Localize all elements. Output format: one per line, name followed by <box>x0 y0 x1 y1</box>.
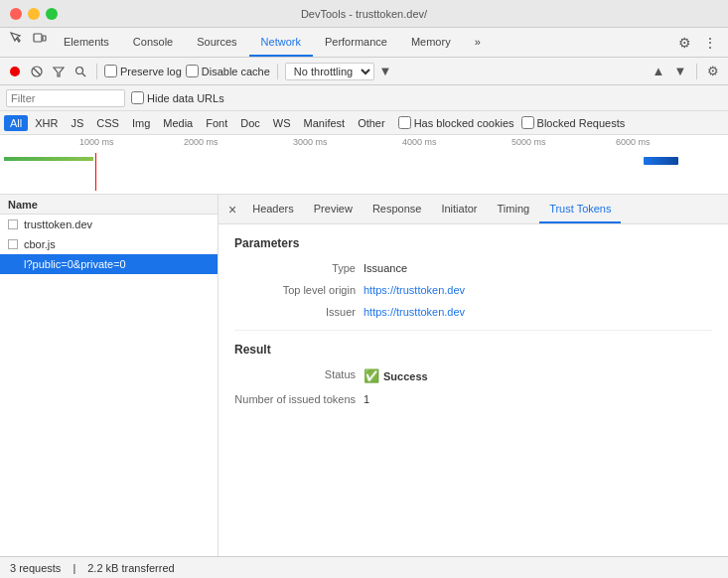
request-item-trusttoken[interactable]: trusttoken.dev <box>0 215 218 234</box>
type-btn-img[interactable]: Img <box>126 115 156 131</box>
timeline-area: 1000 ms 2000 ms 3000 ms 4000 ms 5000 ms … <box>0 135 728 195</box>
filter-input[interactable] <box>6 89 125 107</box>
blocked-requests-checkbox[interactable]: Blocked Requests <box>521 116 626 129</box>
hide-data-urls-checkbox[interactable]: Hide data URLs <box>131 91 224 104</box>
type-btn-font[interactable]: Font <box>200 115 233 131</box>
preserve-log-input[interactable] <box>104 65 117 77</box>
svg-line-4 <box>34 69 40 74</box>
search-icon[interactable] <box>72 63 89 80</box>
blocked-requests-input[interactable] <box>521 116 534 129</box>
separator <box>96 64 97 79</box>
tab-elements[interactable]: Elements <box>52 28 121 57</box>
tab-console[interactable]: Console <box>121 28 185 57</box>
detail-tab-preview[interactable]: Preview <box>304 195 363 223</box>
type-btn-ws[interactable]: WS <box>267 115 297 131</box>
inspect-icon[interactable] <box>4 28 28 48</box>
filter-row: Hide data URLs <box>0 85 728 111</box>
close-details-btn[interactable]: × <box>222 195 242 223</box>
status-value: ✅ Success <box>364 368 428 383</box>
devtools-tabbar: Elements Console Sources Network Perform… <box>0 28 728 58</box>
detail-row-issued-tokens: Number of issued tokens 1 <box>234 393 712 405</box>
detail-tab-response[interactable]: Response <box>363 195 432 223</box>
svg-line-7 <box>82 73 85 76</box>
type-btn-doc[interactable]: Doc <box>234 115 266 131</box>
details-tabbar: × Headers Preview Response Initiator Tim… <box>218 195 728 224</box>
tab-sources[interactable]: Sources <box>185 28 248 57</box>
tab-performance[interactable]: Performance <box>313 28 399 57</box>
record-btn[interactable] <box>6 63 24 80</box>
export-icon[interactable]: ▼ <box>671 63 689 80</box>
has-blocked-cookies-checkbox[interactable]: Has blocked cookies <box>398 116 514 129</box>
tab-network[interactable]: Network <box>249 28 313 57</box>
import-icon[interactable]: ▲ <box>650 63 667 80</box>
top-level-origin-label: Top level origin <box>234 284 364 296</box>
detail-tab-initiator[interactable]: Initiator <box>431 195 487 223</box>
window-title: DevTools - trusttoken.dev/ <box>301 8 427 20</box>
type-btn-all[interactable]: All <box>4 115 28 131</box>
toolbar-right-icons: ▲ ▼ ⚙ <box>650 63 722 80</box>
status-sep: | <box>73 562 75 574</box>
request-item-public[interactable]: l?public=0&private=0 <box>0 254 218 274</box>
section-divider <box>234 330 712 331</box>
detail-tab-trust-tokens[interactable]: Trust Tokens <box>539 195 621 223</box>
ruler-5000ms: 5000 ms <box>511 137 546 147</box>
ruler-2000ms: 2000 ms <box>184 137 218 147</box>
issuer-value[interactable]: https://trusttoken.dev <box>364 306 465 318</box>
timeline-ruler: 1000 ms 2000 ms 3000 ms 4000 ms 5000 ms … <box>0 135 728 151</box>
detail-tab-timing[interactable]: Timing <box>488 195 540 223</box>
minimize-button[interactable] <box>28 8 40 20</box>
type-filter-row: All XHR JS CSS Img Media Font Doc WS Man… <box>0 111 728 135</box>
ruler-1000ms: 1000 ms <box>79 137 114 147</box>
tab-memory[interactable]: Memory <box>399 28 463 57</box>
request-item-cbor[interactable]: cbor.js <box>0 234 218 254</box>
ruler-6000ms: 6000 ms <box>616 137 651 147</box>
details-panel: × Headers Preview Response Initiator Tim… <box>218 195 728 556</box>
status-bar: 3 requests | 2.2 kB transferred <box>0 556 728 578</box>
top-level-origin-value[interactable]: https://trusttoken.dev <box>364 284 465 296</box>
request-name-public: l?public=0&private=0 <box>24 258 126 270</box>
more-options-icon[interactable]: ⋮ <box>700 33 720 53</box>
preserve-log-checkbox[interactable]: Preserve log <box>104 65 182 77</box>
detail-row-status: Status ✅ Success <box>234 368 712 383</box>
type-btn-css[interactable]: CSS <box>90 115 125 131</box>
devtools-settings-area: ⚙ ⋮ <box>674 28 728 57</box>
request-icon-trusttoken <box>8 219 18 229</box>
status-requests: 3 requests <box>10 562 61 574</box>
tab-more[interactable]: » <box>463 28 493 57</box>
separator3 <box>696 64 697 79</box>
type-btn-js[interactable]: JS <box>65 115 89 131</box>
details-content: Parameters Type Issuance Top level origi… <box>218 224 728 556</box>
disable-cache-input[interactable] <box>186 65 199 77</box>
svg-rect-1 <box>43 36 46 41</box>
settings-icon[interactable]: ⚙ <box>674 33 694 53</box>
svg-rect-0 <box>34 34 42 42</box>
type-btn-xhr[interactable]: XHR <box>29 115 64 131</box>
throttle-wrapper: No throttling ▼ <box>285 63 394 80</box>
hide-data-urls-input[interactable] <box>131 91 144 104</box>
clear-btn[interactable] <box>28 63 46 80</box>
disable-cache-checkbox[interactable]: Disable cache <box>186 65 270 77</box>
has-blocked-cookies-input[interactable] <box>398 116 411 129</box>
filter-icon[interactable] <box>50 63 68 80</box>
detail-tab-headers[interactable]: Headers <box>242 195 304 223</box>
request-icon-cbor <box>8 239 18 249</box>
request-name-trusttoken: trusttoken.dev <box>24 218 92 230</box>
type-btn-other[interactable]: Other <box>352 115 391 131</box>
type-btn-manifest[interactable]: Manifest <box>298 115 352 131</box>
throttle-select[interactable]: No throttling <box>285 63 374 80</box>
device-icon[interactable] <box>28 28 52 48</box>
requests-panel: Name trusttoken.dev cbor.js l?public=0&p… <box>0 195 218 556</box>
issuer-label: Issuer <box>234 306 364 318</box>
settings-icon2[interactable]: ⚙ <box>704 63 722 80</box>
detail-row-issuer: Issuer https://trusttoken.dev <box>234 306 712 318</box>
timeline-colored-bar <box>644 157 678 165</box>
close-button[interactable] <box>10 8 22 20</box>
result-section-title: Result <box>234 343 712 357</box>
ruler-3000ms: 3000 ms <box>293 137 328 147</box>
maximize-button[interactable] <box>46 8 58 20</box>
detail-row-top-level-origin: Top level origin https://trusttoken.dev <box>234 284 712 296</box>
success-text: Success <box>383 370 428 382</box>
throttle-dropdown-icon[interactable]: ▼ <box>376 63 394 80</box>
type-btn-media[interactable]: Media <box>157 115 199 131</box>
parameters-section-title: Parameters <box>234 236 712 250</box>
